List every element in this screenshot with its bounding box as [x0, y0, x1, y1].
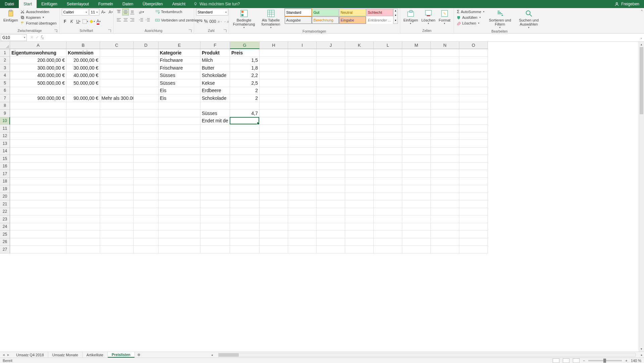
share-button[interactable]: Freigeben — [614, 2, 644, 6]
cell-E6[interactable]: Eis — [158, 87, 200, 95]
cell-O15[interactable] — [459, 155, 488, 163]
cell-H12[interactable] — [260, 132, 288, 140]
cell-C19[interactable] — [100, 185, 134, 193]
cell-O4[interactable] — [459, 72, 488, 80]
cell-H20[interactable] — [260, 193, 288, 201]
sheet-tab-umsatz-q4-2018[interactable]: Umsatz Q4 2018 — [12, 352, 48, 358]
cell-G19[interactable] — [230, 185, 260, 193]
cell-D22[interactable] — [134, 208, 158, 216]
cell-B14[interactable] — [66, 148, 100, 155]
cell-F27[interactable] — [200, 246, 230, 253]
cell-B7[interactable]: 90.000,00 € — [66, 94, 100, 102]
tab-formeln[interactable]: Formeln — [94, 0, 118, 8]
cell-N10[interactable] — [431, 117, 459, 125]
cell-K26[interactable] — [345, 238, 374, 246]
cell-A20[interactable] — [10, 193, 66, 201]
cell-C21[interactable] — [100, 200, 134, 208]
align-bottom-button[interactable] — [129, 9, 136, 15]
cell-I17[interactable] — [288, 170, 317, 178]
cell-A6[interactable] — [10, 87, 66, 95]
percent-button[interactable]: % — [203, 18, 210, 25]
cell-J25[interactable] — [317, 231, 345, 238]
cell-E9[interactable] — [158, 110, 200, 117]
name-box[interactable]: G10▾ — [1, 34, 27, 41]
cell-L7[interactable] — [374, 94, 402, 102]
cell-N1[interactable] — [431, 49, 459, 57]
cell-F9[interactable]: Süsses — [200, 110, 230, 117]
cell-H21[interactable] — [260, 200, 288, 208]
cell-O23[interactable] — [459, 215, 488, 223]
cell-O20[interactable] — [459, 193, 488, 201]
cell-L14[interactable] — [374, 148, 402, 155]
scroll-down-icon[interactable]: ▾ — [639, 346, 644, 352]
cell-K5[interactable] — [345, 79, 374, 87]
cell-B24[interactable] — [66, 223, 100, 231]
cell-H17[interactable] — [260, 170, 288, 178]
autosum-button[interactable]: ΣAutoSumme▾ — [456, 9, 485, 14]
cell-K6[interactable] — [345, 87, 374, 95]
cell-N15[interactable] — [431, 155, 459, 163]
cell-N20[interactable] — [431, 193, 459, 201]
cell-I8[interactable] — [288, 102, 317, 110]
cell-E1[interactable]: Kategorie — [158, 49, 200, 57]
cell-J17[interactable] — [317, 170, 345, 178]
cell-O5[interactable] — [459, 79, 488, 87]
cell-O21[interactable] — [459, 200, 488, 208]
cell-O12[interactable] — [459, 132, 488, 140]
dialog-launcher-icon[interactable] — [54, 29, 57, 33]
cell-C4[interactable] — [100, 72, 134, 80]
cell-style-eingabe[interactable]: Eingabe — [339, 16, 366, 24]
tab-einfügen[interactable]: Einfügen — [37, 0, 62, 8]
cell-B3[interactable]: 30.000,00 € — [66, 64, 100, 72]
cell-H18[interactable] — [260, 178, 288, 186]
cell-G15[interactable] — [230, 155, 260, 163]
cell-N7[interactable] — [431, 94, 459, 102]
cell-B13[interactable] — [66, 140, 100, 148]
cell-A12[interactable] — [10, 132, 66, 140]
cell-F5[interactable]: Kekse — [200, 79, 230, 87]
cell-G24[interactable] — [230, 223, 260, 231]
cell-I9[interactable] — [288, 110, 317, 117]
cell-G13[interactable] — [230, 140, 260, 148]
cell-A1[interactable]: Eigentumswohnung — [10, 49, 66, 57]
cell-M21[interactable] — [402, 200, 431, 208]
cell-F13[interactable] — [200, 140, 230, 148]
cell-H25[interactable] — [260, 231, 288, 238]
cell-J23[interactable] — [317, 215, 345, 223]
cell-I27[interactable] — [288, 246, 317, 253]
cell-B6[interactable] — [66, 87, 100, 95]
cell-M7[interactable] — [402, 94, 431, 102]
tab-seitenlayout[interactable]: Seitenlayout — [62, 0, 94, 8]
cell-K22[interactable] — [345, 208, 374, 216]
decrease-indent-button[interactable] — [138, 17, 144, 24]
cell-F22[interactable] — [200, 208, 230, 216]
gallery-more-icon[interactable]: ▾ — [394, 19, 398, 24]
cell-N6[interactable] — [431, 87, 459, 95]
cell-N17[interactable] — [431, 170, 459, 178]
bold-button[interactable]: F — [62, 18, 68, 25]
add-sheet-button[interactable]: ⊕ — [135, 352, 143, 358]
cell-D8[interactable] — [134, 102, 158, 110]
cell-H1[interactable] — [260, 49, 288, 57]
cell-J11[interactable] — [317, 125, 345, 132]
cell-O7[interactable] — [459, 94, 488, 102]
cell-L4[interactable] — [374, 72, 402, 80]
row-header-3[interactable]: 3 — [0, 64, 10, 72]
cell-H3[interactable] — [260, 64, 288, 72]
cell-O13[interactable] — [459, 140, 488, 148]
gallery-down-icon[interactable]: ▾ — [394, 14, 398, 18]
cancel-formula-icon[interactable]: ✕ — [30, 35, 34, 40]
cell-E10[interactable] — [158, 117, 200, 125]
col-header-D[interactable]: D — [134, 42, 158, 49]
cell-M23[interactable] — [402, 215, 431, 223]
cell-K9[interactable] — [345, 110, 374, 117]
cell-K24[interactable] — [345, 223, 374, 231]
cell-C26[interactable] — [100, 238, 134, 246]
cell-style-erkl-render-[interactable]: Erklärender ... — [366, 16, 393, 24]
cell-N11[interactable] — [431, 125, 459, 132]
cell-J19[interactable] — [317, 185, 345, 193]
col-header-O[interactable]: O — [459, 42, 488, 49]
cell-C25[interactable] — [100, 231, 134, 238]
tab-daten[interactable]: Daten — [118, 0, 138, 8]
col-header-F[interactable]: F — [200, 42, 230, 49]
